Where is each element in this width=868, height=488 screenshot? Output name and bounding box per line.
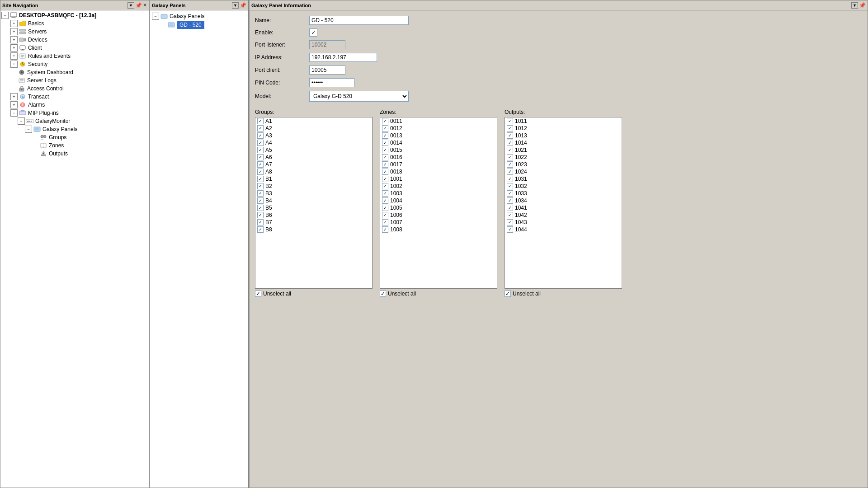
list-item[interactable]: ✓A3 [255, 132, 372, 139]
list-item[interactable]: ✓1013 [505, 132, 622, 139]
list-item[interactable]: ✓A1 [255, 117, 372, 125]
list-item[interactable]: ✓B6 [255, 211, 372, 219]
list-item[interactable]: ✓0015 [380, 146, 497, 154]
groups-unselect-checkbox[interactable]: ✓ [255, 291, 261, 297]
list-item-checkbox[interactable]: ✓ [382, 147, 388, 153]
list-item[interactable]: ✓1024 [505, 168, 622, 175]
expand-servers[interactable]: + [10, 28, 18, 35]
list-item-checkbox[interactable]: ✓ [507, 183, 513, 189]
tree-item-outputs[interactable]: Outputs [1, 150, 148, 158]
list-item-checkbox[interactable]: ✓ [257, 140, 264, 146]
list-item-checkbox[interactable]: ✓ [257, 161, 264, 168]
list-item[interactable]: ✓1014 [505, 139, 622, 146]
list-item-checkbox[interactable]: ✓ [382, 219, 388, 225]
tree-item-client[interactable]: + Client [1, 44, 148, 52]
galaxy-panels-root-item[interactable]: − Galaxy Panels [152, 12, 246, 20]
expand-galaxy-panels[interactable]: − [25, 126, 32, 133]
list-item-checkbox[interactable]: ✓ [507, 125, 513, 131]
tree-item-galaxy-monitor[interactable]: − SGS-E GalaxyMonitor [1, 117, 148, 125]
list-item-checkbox[interactable]: ✓ [507, 132, 513, 139]
list-item-checkbox[interactable]: ✓ [257, 125, 264, 131]
list-item[interactable]: ✓A2 [255, 125, 372, 132]
list-item[interactable]: ✓A8 [255, 168, 372, 175]
list-item[interactable]: ✓1021 [505, 146, 622, 154]
list-item-checkbox[interactable]: ✓ [507, 190, 513, 197]
expand-devices[interactable]: + [10, 36, 18, 43]
list-item[interactable]: ✓0017 [380, 161, 497, 168]
list-item-checkbox[interactable]: ✓ [507, 219, 513, 225]
expand-galaxy-panels-root[interactable]: − [152, 13, 159, 20]
list-item-checkbox[interactable]: ✓ [382, 125, 388, 131]
list-item[interactable]: ✓B5 [255, 204, 372, 211]
list-item[interactable]: ✓A6 [255, 154, 372, 161]
tree-item-server-logs[interactable]: Server Logs [1, 76, 148, 84]
expand-client[interactable]: + [10, 44, 18, 52]
list-item-checkbox[interactable]: ✓ [507, 169, 513, 175]
list-item-checkbox[interactable]: ✓ [382, 190, 388, 197]
list-item-checkbox[interactable]: ✓ [257, 197, 264, 204]
tree-item-galaxy-panels-nav[interactable]: − Galaxy Panels [1, 125, 148, 133]
tree-item-security[interactable]: + Security [1, 60, 148, 68]
list-item[interactable]: ✓B1 [255, 175, 372, 183]
list-item[interactable]: ✓A5 [255, 146, 372, 154]
list-item-checkbox[interactable]: ✓ [382, 183, 388, 189]
expand-desktop[interactable]: − [1, 12, 9, 19]
tree-item-rules[interactable]: + Rules and Events [1, 52, 148, 60]
outputs-unselect-all[interactable]: ✓ Unselect all [505, 291, 622, 297]
list-item[interactable]: ✓1006 [380, 211, 497, 219]
zones-unselect-all[interactable]: ✓ Unselect all [380, 291, 497, 297]
list-item[interactable]: ✓0011 [380, 117, 497, 125]
site-nav-pin-btn[interactable]: 📌 [135, 2, 142, 9]
list-item-checkbox[interactable]: ✓ [507, 147, 513, 153]
ip-address-input[interactable] [309, 53, 377, 62]
list-item[interactable]: ✓A7 [255, 161, 372, 168]
list-item[interactable]: ✓1007 [380, 219, 497, 226]
list-item[interactable]: ✓1002 [380, 183, 497, 190]
list-item[interactable]: ✓0018 [380, 168, 497, 175]
port-client-input[interactable] [309, 66, 345, 75]
list-item-checkbox[interactable]: ✓ [257, 190, 264, 197]
list-item-checkbox[interactable]: ✓ [382, 140, 388, 146]
groups-unselect-all[interactable]: ✓ Unselect all [255, 291, 373, 297]
galaxy-info-pin-btn[interactable]: 📌 [859, 2, 866, 9]
outputs-unselect-checkbox[interactable]: ✓ [505, 291, 511, 297]
list-item[interactable]: ✓B8 [255, 226, 372, 233]
list-item[interactable]: ✓1012 [505, 125, 622, 132]
tree-item-mip-plugins[interactable]: − MIP Plug-ins [1, 109, 148, 117]
tree-item-servers[interactable]: + Servers [1, 28, 148, 36]
expand-galaxy-monitor[interactable]: − [18, 117, 25, 125]
list-item[interactable]: ✓B3 [255, 190, 372, 197]
list-item-checkbox[interactable]: ✓ [507, 118, 513, 124]
list-item[interactable]: ✓1031 [505, 175, 622, 183]
list-item-checkbox[interactable]: ✓ [257, 132, 264, 139]
gd-520-item[interactable]: GD - 520 [152, 20, 246, 29]
list-item-checkbox[interactable]: ✓ [507, 154, 513, 160]
list-item[interactable]: ✓1004 [380, 197, 497, 204]
list-item-checkbox[interactable]: ✓ [257, 147, 264, 153]
model-select[interactable]: Galaxy G-D 520 Galaxy G-D 520+ Galaxy G-… [309, 91, 409, 102]
list-item-checkbox[interactable]: ✓ [382, 132, 388, 139]
list-item[interactable]: ✓1041 [505, 204, 622, 211]
list-item-checkbox[interactable]: ✓ [507, 161, 513, 168]
list-item-checkbox[interactable]: ✓ [507, 197, 513, 204]
tree-item-zones[interactable]: Zones [1, 141, 148, 150]
site-nav-close-btn[interactable]: ✕ [143, 2, 147, 8]
list-item-checkbox[interactable]: ✓ [507, 226, 513, 233]
outputs-list[interactable]: ✓1011✓1012✓1013✓1014✓1021✓1022✓1023✓1024… [505, 117, 622, 289]
tree-item-groups[interactable]: Groups [1, 133, 148, 141]
list-item-checkbox[interactable]: ✓ [507, 176, 513, 182]
tree-item-system-dashboard[interactable]: System Dashboard [1, 68, 148, 76]
list-item-checkbox[interactable]: ✓ [257, 226, 264, 233]
list-item[interactable]: ✓0012 [380, 125, 497, 132]
list-item-checkbox[interactable]: ✓ [257, 183, 264, 189]
tree-item-transact[interactable]: + $ Transact [1, 93, 148, 101]
list-item-checkbox[interactable]: ✓ [257, 212, 264, 218]
list-item-checkbox[interactable]: ✓ [507, 140, 513, 146]
list-item[interactable]: ✓1042 [505, 211, 622, 219]
list-item[interactable]: ✓1044 [505, 226, 622, 233]
expand-transact[interactable]: + [10, 93, 18, 100]
list-item[interactable]: ✓1034 [505, 197, 622, 204]
expand-alarms[interactable]: + [10, 101, 18, 108]
list-item[interactable]: ✓1023 [505, 161, 622, 168]
list-item-checkbox[interactable]: ✓ [257, 205, 264, 211]
